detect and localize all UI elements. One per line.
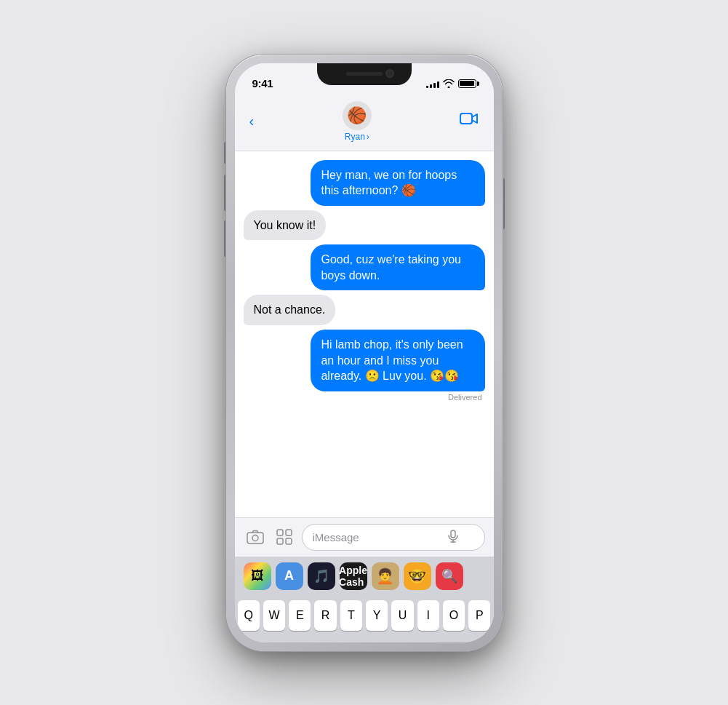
svg-rect-7 [451,530,455,538]
phone-container: 9:41 ‹ [226,55,503,651]
delivered-status: Delivered [448,393,481,402]
memoji-2-icon[interactable]: 🤓 [404,562,431,590]
key-u[interactable]: U [391,600,413,631]
signal-bar-1 [426,86,428,88]
keyboard: Q W E R T Y U I O P [235,596,494,642]
key-q[interactable]: Q [238,600,260,631]
svg-rect-0 [460,113,472,124]
notch [317,63,412,85]
photos-app-icon[interactable]: 🖼 [244,562,271,590]
bubble-text-5: Hi lamb chop, it's only been an hour and… [321,338,463,382]
bubble-sent-3[interactable]: Hi lamb chop, it's only been an hour and… [311,330,484,391]
signal-bar-2 [430,84,432,88]
battery-icon [458,79,476,88]
search-icon[interactable]: 🔍 [436,562,463,590]
svg-rect-1 [247,533,263,543]
phone-screen: 9:41 ‹ [235,63,494,642]
input-area: iMessage [235,517,494,557]
input-placeholder: iMessage [313,531,444,543]
music-icon[interactable]: 🎵 [308,562,335,590]
bubble-text-4: Not a chance. [254,303,326,316]
cash-icon[interactable]: AppleCash [340,562,367,590]
signal-bar-4 [437,81,439,88]
key-r[interactable]: R [314,600,336,631]
back-button[interactable]: ‹ [247,110,257,132]
camera-button[interactable] [244,525,267,549]
app-icon-row: 🖼 A 🎵 AppleCash 🧑‍🦱 🤓 🔍 [235,557,494,596]
contact-info[interactable]: 🏀 Ryan › [343,101,372,142]
contact-name: Ryan [345,132,365,142]
message-row-3: Good, cuz we're taking you boys down. [244,244,485,290]
key-p[interactable]: P [468,600,490,631]
bubble-sent-1[interactable]: Hey man, we on for hoops this afternoon?… [311,160,484,206]
key-t[interactable]: T [340,600,362,631]
bubble-text-2: You know it! [254,219,316,231]
bubble-received-2[interactable]: Not a chance. [244,295,336,325]
key-e[interactable]: E [289,600,311,631]
contact-avatar: 🏀 [343,101,372,130]
speaker [346,72,383,76]
message-row-2: You know it! [244,210,485,241]
svg-rect-6 [286,538,292,544]
keyboard-row-1: Q W E R T Y U I O P [238,600,491,631]
key-o[interactable]: O [443,600,465,631]
contact-chevron: › [367,132,369,142]
key-y[interactable]: Y [366,600,388,631]
memoji-1-icon[interactable]: 🧑‍🦱 [372,562,399,590]
signal-bar-3 [433,83,436,88]
appstore-icon[interactable]: A [276,562,303,590]
svg-rect-5 [277,538,283,544]
nav-header: ‹ 🏀 Ryan › [235,95,494,151]
contact-name-row: Ryan › [345,132,369,142]
svg-point-2 [252,535,258,541]
status-icons [426,79,476,88]
svg-rect-3 [277,530,283,535]
imessage-input[interactable]: iMessage [302,524,485,551]
wifi-icon [443,79,455,88]
mic-icon[interactable] [448,530,458,545]
svg-rect-4 [286,530,292,535]
camera [385,69,394,78]
message-row-4: Not a chance. [244,295,485,325]
message-row-1: Hey man, we on for hoops this afternoon?… [244,160,485,206]
messages-area: Hey man, we on for hoops this afternoon?… [235,151,494,517]
status-time: 9:41 [252,77,273,89]
bubble-sent-2[interactable]: Good, cuz we're taking you boys down. [311,244,484,290]
message-row-5: Hi lamb chop, it's only been an hour and… [244,330,485,402]
bubble-received-1[interactable]: You know it! [244,210,327,241]
key-w[interactable]: W [263,600,285,631]
video-call-button[interactable] [457,109,481,134]
contact-avatar-emoji: 🏀 [347,106,367,125]
bubble-text-3: Good, cuz we're taking you boys down. [321,253,461,282]
signal-bars [426,79,439,88]
key-i[interactable]: I [417,600,439,631]
bubble-text-1: Hey man, we on for hoops this afternoon?… [321,169,457,197]
battery-fill [460,81,474,86]
apps-button[interactable] [273,525,296,549]
